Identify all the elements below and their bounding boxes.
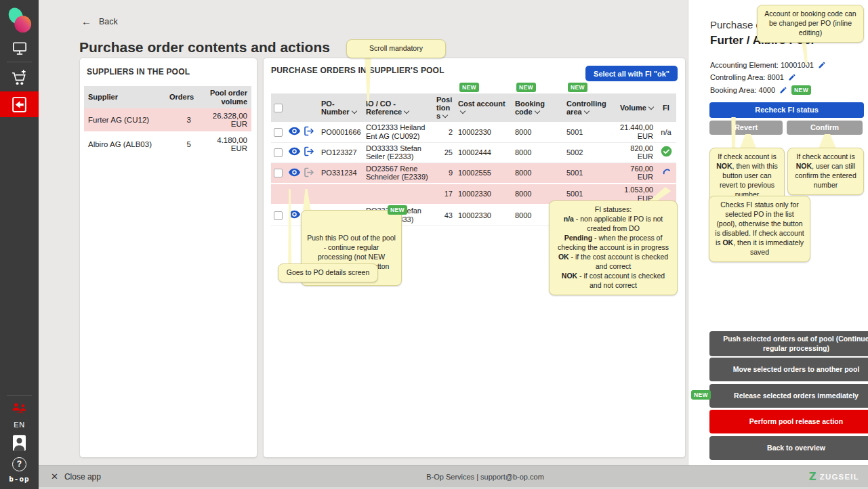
po-cost-account[interactable]: 10002555 (455, 163, 512, 184)
sidebar-item-cart[interactable] (0, 66, 39, 89)
push-po-out-button[interactable] (304, 146, 314, 156)
back-to-overview-button[interactable]: Back to overview (709, 436, 868, 460)
po-row-checkbox[interactable] (274, 169, 283, 177)
po-cost-account[interactable]: 10002330 (455, 205, 512, 226)
po-booking-code[interactable]: 8000 (512, 163, 564, 184)
push-out-icon (304, 167, 314, 177)
user-switch-icon (12, 402, 27, 414)
po-reference: DO33333 Stefan Seiler (E2333) (363, 142, 434, 163)
sort-chevron-icon (460, 108, 466, 114)
sidebar-item-monitor[interactable] (0, 38, 39, 58)
edit-pencil-icon[interactable] (788, 73, 796, 81)
sidebar-divider (7, 62, 32, 62)
supplier-orders: 5 (165, 132, 195, 156)
po-col-cost-account[interactable]: NEWCost account (455, 93, 512, 122)
po-col-positions[interactable]: Positions (434, 93, 455, 122)
po-cost-account[interactable]: 10002444 (455, 142, 512, 163)
push-po-out-button[interactable] (304, 126, 314, 136)
new-badge: NEW (459, 83, 479, 92)
fi-status-ok-icon (661, 146, 672, 157)
po-reference: DO23567 Rene Schneider (E2339) (363, 163, 434, 184)
sidebar-item-profile[interactable] (0, 434, 39, 452)
select-all-fi-ok-button[interactable]: Select all with FI "ok" (585, 66, 678, 81)
sidebar-item-po-pool[interactable] (0, 91, 39, 117)
po-col-fi: FI (656, 93, 676, 122)
po-view-cell (286, 184, 301, 205)
po-row-checkbox[interactable] (274, 128, 283, 137)
edit-pencil-icon[interactable] (818, 61, 826, 69)
po-cost-account[interactable]: 10002330 (455, 184, 512, 205)
supplier-row[interactable]: Albiro AG (ALB03)54.180,00 EUR (84, 132, 251, 156)
po-col-volume[interactable]: Volume (613, 93, 656, 122)
confirm-button[interactable]: Confirm (787, 121, 863, 135)
back-arrow-icon: ← (81, 16, 91, 26)
callout-fi-statuses: FI statuses: n/a - non applicable if PO … (549, 200, 678, 295)
po-booking-code[interactable]: 8000 (512, 122, 564, 142)
po-cost-account[interactable]: 10002330 (455, 122, 512, 142)
new-badge: NEW (691, 390, 711, 400)
view-po-button[interactable] (289, 168, 300, 177)
po-view-cell (286, 205, 301, 226)
po-view-cell (286, 122, 301, 142)
po-positions: 43 (434, 205, 455, 226)
po-col-io-co-reference[interactable]: IO / CO - Reference (363, 93, 434, 122)
bop-logo: b-op (0, 473, 39, 484)
sort-chevron-icon (404, 108, 409, 114)
sidebar-item-help[interactable]: ? (0, 456, 39, 471)
view-po-button[interactable] (289, 127, 300, 135)
perform-pool-release-button[interactable]: Perform pool release action (709, 410, 868, 433)
sidebar-divider-bottom (7, 395, 32, 396)
po-reference (363, 184, 434, 205)
po-select-cell (271, 163, 286, 184)
push-orders-out-button[interactable]: Push selected orders out of pool (Contin… (709, 331, 868, 356)
recheck-fi-status-button[interactable]: Recheck FI status (709, 102, 864, 118)
po-select-all-header (271, 93, 286, 122)
suppliers-col-volume[interactable]: Pool order volume (195, 86, 251, 108)
move-orders-button[interactable]: Move selected orders to another pool (709, 358, 868, 381)
po-positions: 17 (434, 184, 455, 205)
supplier-row[interactable]: Furter AG (CU12)326.328,00 EUR (84, 108, 251, 132)
view-po-button[interactable] (289, 147, 300, 156)
app-logo (0, 5, 39, 35)
suppliers-table-body: Furter AG (CU12)326.328,00 EURAlbiro AG … (84, 108, 251, 156)
view-po-eye-icon (289, 127, 300, 135)
po-push-cell (301, 122, 318, 142)
po-row-checkbox[interactable] (274, 148, 283, 157)
close-icon: ✕ (51, 471, 58, 482)
po-number (318, 184, 363, 205)
close-app-button[interactable]: ✕ Close app (51, 466, 101, 487)
sort-chevron-icon (351, 108, 356, 114)
po-volume: 760,00 EUR (613, 163, 656, 184)
po-positions: 9 (434, 163, 455, 184)
sort-chevron-icon (534, 108, 539, 114)
po-controlling-area: 5002 (564, 142, 613, 163)
push-po-out-button (304, 167, 314, 177)
po-row: PO331234DO23567 Rene Schneider (E2339)91… (271, 163, 676, 184)
po-col-controlling-area[interactable]: NEWControlling area (564, 93, 613, 122)
po-booking-code[interactable]: 8000 (512, 142, 564, 163)
zugseil-z-icon: Z (809, 471, 817, 483)
po-row-checkbox[interactable] (274, 211, 283, 220)
suppliers-col-supplier[interactable]: Supplier (84, 86, 165, 108)
select-all-checkbox[interactable] (274, 104, 283, 112)
revert-button[interactable]: Revert (709, 121, 783, 135)
edit-pencil-icon[interactable] (779, 86, 787, 94)
suppliers-col-orders[interactable]: Orders (165, 86, 195, 108)
sidebar-item-user-switch[interactable] (0, 402, 39, 414)
language-switcher[interactable]: EN (0, 420, 39, 429)
cart-add-icon (11, 69, 28, 87)
fi-status-na: n/a (661, 128, 671, 136)
new-badge: NEW (516, 83, 536, 92)
back-button[interactable]: ← Back (81, 16, 118, 26)
sort-chevron-icon (442, 112, 448, 118)
release-orders-button[interactable]: Release selected orders immediately (709, 384, 868, 408)
po-fi-status: n/a (656, 122, 676, 142)
accounting-element-field: Accounting Element: 10001001 (710, 61, 826, 69)
zugseil-logo: Z ZUGSEIL (809, 466, 859, 487)
po-col-booking-code[interactable]: NEWBooking code (512, 93, 564, 122)
help-icon: ? (12, 457, 26, 471)
po-col-po-number[interactable]: PO-Number (318, 93, 363, 122)
callout-confirm-note: If check account is NOK, user can still … (787, 148, 864, 195)
callout-scroll-mandatory: Scroll mandatory (346, 39, 446, 58)
po-view-cell (286, 142, 301, 163)
